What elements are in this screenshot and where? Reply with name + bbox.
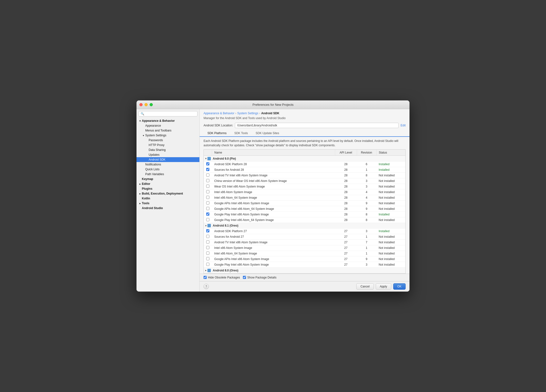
checkbox-cell[interactable] <box>204 184 212 189</box>
row-api: 28 <box>335 167 357 172</box>
sidebar-item-appearance[interactable]: Appearance <box>136 123 199 128</box>
row-revision: 8 <box>357 217 376 223</box>
sidebar-item-label-http-proxy: HTTP Proxy <box>149 143 164 147</box>
help-button[interactable]: ? <box>204 284 209 289</box>
row-status: Not installed <box>376 172 405 178</box>
row-checkbox[interactable] <box>206 246 209 249</box>
row-checkbox[interactable] <box>206 218 209 221</box>
checkbox-cell[interactable] <box>204 240 212 245</box>
row-checkbox[interactable] <box>206 173 209 177</box>
sidebar-item-quick-lists[interactable]: Quick Lists <box>136 167 199 172</box>
checkbox-cell[interactable] <box>204 161 212 167</box>
checkbox-cell[interactable] <box>204 206 212 212</box>
checkbox-cell[interactable] <box>204 212 212 217</box>
sidebar-item-keymap[interactable]: Keymap <box>136 177 199 181</box>
sidebar-item-appearance-behavior[interactable]: Appearance & Behavior <box>136 118 199 123</box>
sidebar-item-build-execution[interactable]: Build, Execution, Deployment <box>136 191 199 196</box>
sdk-location-input[interactable] <box>235 123 399 128</box>
tab-sdk-update-sites[interactable]: SDK Update Sites <box>252 130 283 137</box>
breadcrumb-sep1: › <box>235 112 236 115</box>
checkbox-cell[interactable] <box>204 178 212 184</box>
row-api: 28 <box>335 161 357 167</box>
col-checkbox <box>204 150 212 156</box>
cancel-button[interactable]: Cancel <box>356 283 374 290</box>
row-checkbox[interactable] <box>206 162 209 165</box>
sidebar-item-android-studio[interactable]: Android Studio <box>136 206 199 211</box>
sidebar-item-passwords[interactable]: Passwords <box>136 138 199 143</box>
sidebar-item-kotlin[interactable]: Kotlin <box>136 196 199 201</box>
row-status: Not installed <box>376 245 405 251</box>
row-checkbox[interactable] <box>206 212 209 216</box>
row-checkbox[interactable] <box>206 235 209 238</box>
row-name: Google Play Intel x86 Atom_64 System Ima… <box>212 217 335 223</box>
sidebar-item-menus-toolbars[interactable]: Menus and Toolbars <box>136 128 199 133</box>
checkbox-cell[interactable] <box>204 251 212 256</box>
sidebar-item-notifications[interactable]: Notifications <box>136 162 199 167</box>
tab-sdk-tools[interactable]: SDK Tools <box>230 130 252 137</box>
search-box[interactable]: 🔍 <box>138 111 197 116</box>
row-checkbox[interactable] <box>206 207 209 210</box>
row-checkbox[interactable] <box>206 257 209 260</box>
ok-button[interactable]: OK <box>393 283 406 290</box>
apply-button[interactable]: Apply <box>376 283 391 290</box>
close-button[interactable] <box>139 103 143 106</box>
checkbox-cell[interactable] <box>204 172 212 178</box>
checkbox-cell[interactable] <box>204 189 212 195</box>
row-checkbox[interactable] <box>206 201 209 204</box>
checkbox-cell[interactable] <box>204 262 212 268</box>
sidebar-item-tools[interactable]: Tools <box>136 201 199 206</box>
sidebar-item-path-variables[interactable]: Path Variables <box>136 172 199 177</box>
checkbox-cell[interactable] <box>204 234 212 240</box>
hide-obsolete-checkbox[interactable] <box>204 276 207 279</box>
table-row: Google Play Intel x86 Atom_64 System Ima… <box>204 217 405 223</box>
show-package-label[interactable]: Show Package Details <box>243 276 276 279</box>
sidebar-item-system-settings[interactable]: System Settings <box>136 133 199 138</box>
checkbox-cell[interactable] <box>204 167 212 172</box>
checkbox-cell[interactable] <box>204 200 212 206</box>
row-checkbox[interactable] <box>206 263 209 266</box>
sidebar-item-editor[interactable]: Editor <box>136 181 199 186</box>
row-checkbox[interactable] <box>206 196 209 199</box>
main-panel: Appearance & Behavior › System Settings … <box>200 109 410 292</box>
row-name: Intel x86 Atom_64 System Image <box>212 195 335 200</box>
breadcrumb-part1[interactable]: Appearance & Behavior <box>204 112 234 115</box>
tabs: SDK Platforms SDK Tools SDK Update Sites <box>200 130 410 137</box>
minimize-button[interactable] <box>145 103 148 106</box>
search-input[interactable] <box>145 112 195 115</box>
show-package-checkbox[interactable] <box>243 276 246 279</box>
row-api: 28 <box>335 172 357 178</box>
tab-sdk-platforms[interactable]: SDK Platforms <box>204 130 230 137</box>
checkbox-cell[interactable] <box>204 229 212 234</box>
table-row: Sources for Android 27271Not installed <box>204 234 405 240</box>
row-checkbox[interactable] <box>206 229 209 232</box>
row-revision: 1 <box>357 245 376 251</box>
hide-obsolete-label[interactable]: Hide Obsolete Packages <box>204 276 240 279</box>
row-checkbox[interactable] <box>206 179 209 182</box>
row-api: 28 <box>335 195 357 200</box>
checkbox-cell[interactable] <box>204 256 212 262</box>
row-name: Intel x86 Atom System Image <box>212 245 335 251</box>
sidebar-item-plugins[interactable]: Plugins <box>136 186 199 191</box>
maximize-button[interactable] <box>150 103 153 106</box>
row-api: 27 <box>335 229 357 234</box>
checkbox-cell[interactable] <box>204 195 212 200</box>
row-status: Not installed <box>376 178 405 184</box>
row-checkbox[interactable] <box>206 252 209 255</box>
checkbox-cell[interactable] <box>204 217 212 223</box>
sidebar-item-android-sdk[interactable]: Android SDK <box>136 157 199 162</box>
sdk-edit-link[interactable]: Edit <box>401 124 406 127</box>
sidebar-item-data-sharing[interactable]: Data Sharing <box>136 147 199 152</box>
row-checkbox[interactable] <box>206 240 209 244</box>
breadcrumb-part2[interactable]: System Settings <box>237 112 258 115</box>
row-checkbox[interactable] <box>206 185 209 188</box>
row-revision: 1 <box>357 167 376 172</box>
checkbox-cell[interactable] <box>204 245 212 251</box>
row-checkbox[interactable] <box>206 168 209 171</box>
sidebar-item-label-android-sdk: Android SDK <box>149 158 165 161</box>
row-checkbox[interactable] <box>206 190 209 193</box>
sidebar-item-updates[interactable]: Updates <box>136 152 199 157</box>
sidebar-item-http-proxy[interactable]: HTTP Proxy <box>136 143 199 147</box>
row-status: Installed <box>376 167 405 172</box>
sidebar-item-label-keymap: Keymap <box>142 177 153 181</box>
sidebar-item-label-editor: Editor <box>142 182 150 186</box>
